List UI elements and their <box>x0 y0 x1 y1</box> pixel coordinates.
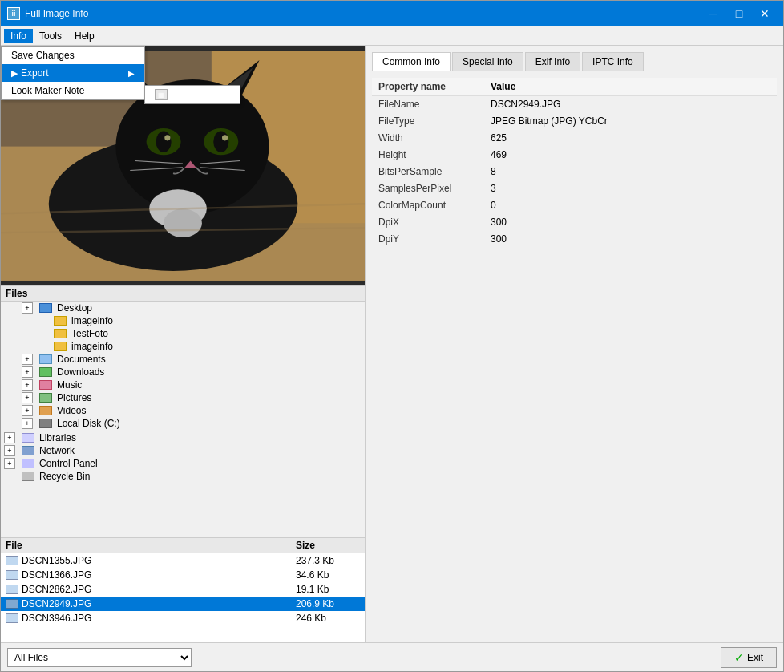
submenu-arrow-icon: ▶ <box>128 69 135 78</box>
file-name: DSCN3946.JPG <box>22 613 296 624</box>
tree-item[interactable]: TestFoto <box>1 327 365 340</box>
files-header: Files <box>1 286 365 302</box>
folder-icon <box>39 380 52 390</box>
folder-icon <box>54 329 67 338</box>
menu-help[interactable]: Help <box>68 29 101 43</box>
table-row: DpiX 300 <box>372 214 777 231</box>
app-icon: ii <box>7 7 20 20</box>
tree-item[interactable]: + Downloads <box>1 366 365 379</box>
main-window: ii Full Image Info ─ □ ✕ Info Tools Help… <box>0 0 784 672</box>
file-row[interactable]: DSCN3946.JPG 246 Kb <box>1 611 365 625</box>
tree-item[interactable]: + Documents <box>1 353 365 366</box>
property-cell: DpiY <box>372 231 484 248</box>
tree-item[interactable]: + Pictures <box>1 391 365 404</box>
right-panel: Common Info Special Info Exif Info IPTC … <box>366 46 783 642</box>
property-cell: FileName <box>372 96 484 113</box>
tree-item[interactable]: imageinfo <box>1 314 365 327</box>
maximize-button[interactable]: □ <box>727 6 751 22</box>
file-list-header: File Size <box>1 538 365 553</box>
file-tree[interactable]: + Desktop imageinfo <box>1 302 365 537</box>
folder-icon <box>54 316 67 326</box>
property-cell: Width <box>372 130 484 147</box>
folder-icon <box>39 354 52 364</box>
close-button[interactable]: ✕ <box>753 6 777 22</box>
property-cell: DpiX <box>372 214 484 231</box>
tree-item[interactable]: + Control Panel <box>1 457 365 470</box>
expand-icon[interactable]: + <box>22 354 33 365</box>
folder-icon <box>54 342 67 351</box>
file-list-section: File Size DSCN1355.JPG 237.3 Kb DSCN1366… <box>1 538 365 642</box>
info-table: Property name Value FileName DSCN2949.JP… <box>372 78 777 248</box>
tree-label: Downloads <box>57 366 104 378</box>
tree-item[interactable]: + Videos <box>1 404 365 417</box>
file-row-selected[interactable]: DSCN2949.JPG 206.9 Kb <box>1 597 365 611</box>
expand-icon[interactable]: + <box>22 405 33 416</box>
expand-icon[interactable]: + <box>22 418 33 429</box>
file-size: 206.9 Kb <box>296 598 360 609</box>
tab-special-info[interactable]: Special Info <box>452 52 523 71</box>
folder-icon <box>39 303 52 313</box>
network-icon <box>22 446 34 455</box>
folder-icon <box>39 393 52 403</box>
csv-icon: ▦ <box>155 89 168 100</box>
tree-label: Libraries <box>39 432 76 443</box>
tree-label: Control Panel <box>39 458 98 469</box>
table-row: ColorMapCount 0 <box>372 197 777 214</box>
title-bar-left: ii Full Image Info <box>7 7 88 20</box>
window-controls: ─ □ ✕ <box>701 6 777 22</box>
tree-item[interactable]: + Desktop <box>1 302 365 314</box>
save-changes-item[interactable]: Save Changes <box>2 47 144 64</box>
menu-info[interactable]: Info <box>4 29 33 43</box>
tree-label: Videos <box>57 405 86 416</box>
tab-common-info[interactable]: Common Info <box>372 52 451 71</box>
tree-item[interactable]: + Network <box>1 444 365 457</box>
expand-icon[interactable]: + <box>4 458 15 469</box>
title-bar: ii Full Image Info ─ □ ✕ <box>1 1 783 26</box>
table-row: SamplesPerPixel 3 <box>372 180 777 197</box>
tab-iptc-info[interactable]: IPTC Info <box>582 52 644 71</box>
table-row: BitsPerSample 8 <box>372 164 777 180</box>
exit-button[interactable]: ✓ Exit <box>721 647 777 668</box>
checkmark-icon: ✓ <box>734 651 744 664</box>
file-size: 34.6 Kb <box>296 569 360 581</box>
property-cell: ColorMapCount <box>372 197 484 214</box>
expand-icon[interactable]: + <box>22 366 33 378</box>
tab-exif-info[interactable]: Exif Info <box>525 52 580 71</box>
size-column-header: Size <box>296 540 360 551</box>
menu-tools[interactable]: Tools <box>33 29 68 43</box>
expand-icon[interactable]: + <box>22 392 33 403</box>
folder-icon <box>39 367 52 377</box>
tree-item[interactable]: + Local Disk (C:) <box>1 417 365 430</box>
tree-item[interactable]: Recycle Bin <box>1 470 365 483</box>
csv-export-item[interactable]: ▦ CSV ... <box>145 86 240 103</box>
tree-label: imageinfo <box>71 341 113 352</box>
look-maker-note-item[interactable]: Look Maker Note <box>2 82 144 99</box>
file-row[interactable]: DSCN1355.JPG 237.3 Kb <box>1 553 365 568</box>
file-row[interactable]: DSCN1366.JPG 34.6 Kb <box>1 568 365 582</box>
filter-select[interactable]: All Files JPEG Files PNG Files BMP Files <box>7 648 192 667</box>
value-cell: JPEG Bitmap (JPG) YCbCr <box>484 113 777 130</box>
tree-label: TestFoto <box>71 328 108 339</box>
value-cell: DSCN2949.JPG <box>484 96 777 113</box>
file-size: 19.1 Kb <box>296 584 360 595</box>
table-row: Height 469 <box>372 147 777 164</box>
file-icon <box>6 556 18 565</box>
file-list[interactable]: DSCN1355.JPG 237.3 Kb DSCN1366.JPG 34.6 … <box>1 553 365 642</box>
file-row[interactable]: DSCN2862.JPG 19.1 Kb <box>1 582 365 597</box>
expand-icon[interactable]: + <box>22 302 33 314</box>
file-icon <box>6 599 18 609</box>
file-name: DSCN1355.JPG <box>22 555 296 566</box>
tree-item[interactable]: + Libraries <box>1 431 365 444</box>
file-name: DSCN2862.JPG <box>22 584 296 595</box>
value-header: Value <box>484 78 777 96</box>
minimize-button[interactable]: ─ <box>701 6 725 22</box>
expand-icon[interactable]: + <box>4 432 15 443</box>
main-content: Files + Desktop <box>1 46 783 642</box>
left-panel: Files + Desktop <box>1 46 366 642</box>
file-column-header: File <box>6 540 296 551</box>
expand-icon[interactable]: + <box>4 445 15 456</box>
expand-icon[interactable]: + <box>22 379 33 391</box>
export-item[interactable]: ▶ Export ▶ ▦ CSV ... <box>2 64 144 82</box>
tree-item[interactable]: + Music <box>1 379 365 391</box>
tree-item[interactable]: imageinfo <box>1 340 365 353</box>
